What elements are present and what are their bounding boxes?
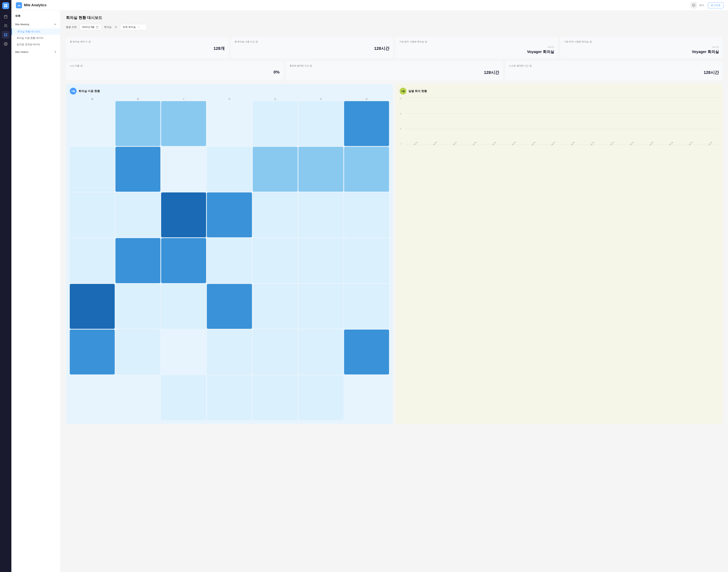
menu-meeting-label: Mile Meeting: [15, 23, 29, 26]
bar-column: 1월 0일: [641, 97, 660, 145]
bar-month-badge: 6월: [400, 88, 407, 94]
dropdown-chevron-icon: [137, 26, 140, 28]
calendar-nav-icon[interactable]: [2, 13, 9, 20]
stat-early-help[interactable]: ?: [310, 65, 312, 67]
svg-rect-0: [4, 4, 5, 5]
stat-least-value: Voyager 회의실: [564, 49, 719, 54]
bar-column: 1월 0일: [661, 97, 680, 145]
logout-button[interactable]: 로그아웃: [708, 2, 723, 8]
bar-chart-header: 6월 일별 회의 현황: [400, 88, 719, 94]
stat-card-most-used: 가장 많이 사용된 회의실 ? nn시간 Voyager 회의실: [396, 37, 558, 58]
settings-nav-icon[interactable]: [2, 40, 9, 48]
menu-header-visitors[interactable]: Mile Visitors: [11, 49, 60, 55]
header-logo: Mile Analytics: [16, 2, 47, 8]
bar-column: 1월 0일: [622, 97, 641, 145]
calendar-week: [70, 284, 389, 329]
stat-reservations-title: 총 회의실 예약 수: [70, 40, 87, 44]
screen-button[interactable]: [690, 2, 697, 8]
stat-most-sub: nn시간: [399, 46, 554, 49]
bar-x-label: 1월 0일: [492, 141, 497, 146]
calendar-day-labels: 월 화 수 목 금 토 일: [70, 97, 389, 100]
room-help-icon[interactable]: ?: [115, 26, 117, 28]
analytics-nav-icon[interactable]: [2, 31, 9, 39]
filter-bar: 월별 조회 2024년 6월 회의실 ? 전체 회의실: [66, 24, 723, 33]
stat-reservations-help[interactable]: ?: [88, 41, 91, 43]
bar-x-label: 1월 0일: [432, 141, 437, 146]
stat-most-help[interactable]: ?: [425, 41, 427, 43]
calendar-week: [70, 147, 389, 192]
menu-item-network[interactable]: 임직원 관계망 데이터: [11, 41, 60, 48]
stats-grid-row1: 총 회의실 예약 수 ? 128개 총 회의실 사용 시간 ? 128시간 가장…: [66, 37, 723, 58]
stat-noshow-help[interactable]: ?: [80, 65, 83, 67]
filter-room-label: 회의실: [104, 25, 112, 29]
stat-noshow-saved-help[interactable]: ?: [529, 65, 532, 67]
menu-visitors-label: Mile Visitors: [15, 51, 28, 53]
bar-column: 1월 0일: [543, 97, 562, 145]
menu-item-dashboard[interactable]: 회의실 현황 대시보드: [11, 28, 60, 35]
bar-column: 1월 0일: [523, 97, 542, 145]
bar-x-label: 1월 0일: [511, 141, 516, 146]
app-title: Mile Analytics: [24, 3, 47, 7]
bar-x-label: 1월 0일: [649, 141, 654, 146]
bar-x-label: 1월 0일: [452, 141, 457, 146]
stat-noshow-saved-value: 128시간: [509, 70, 719, 75]
bar-x-label: 1월 0일: [413, 141, 418, 146]
svg-rect-9: [4, 33, 5, 34]
svg-point-13: [5, 44, 6, 45]
stat-least-title: 가장 적게 사용된 회의실: [564, 40, 589, 44]
svg-rect-2: [4, 6, 5, 7]
stat-reservations-value: 128개: [70, 46, 225, 51]
stat-least-help[interactable]: ?: [590, 41, 592, 43]
room-filter-dropdown[interactable]: 전체 회의실: [120, 24, 147, 30]
stat-card-reservations: 총 회의실 예약 수 ? 128개: [66, 37, 229, 58]
svg-rect-12: [6, 35, 7, 37]
calendar-week: [70, 238, 389, 283]
bar-x-label: 1월 0일: [688, 141, 693, 146]
bar-x-label: 1월 0일: [531, 141, 536, 146]
stat-hours-help[interactable]: ?: [255, 41, 258, 43]
user-name: 오디: [699, 4, 704, 7]
svg-point-8: [5, 24, 6, 26]
bar-column: 1월 0일: [484, 97, 503, 145]
bar-column: 1월 0일: [563, 97, 582, 145]
main-content: 회의실 현황 대시보드 월별 조회 2024년 6월 회의실 ? 전체 회의실: [61, 11, 728, 572]
stat-card-noshow-saved: 노쇼로 절약된 시간 ? 128시간: [505, 61, 723, 80]
chevron-right-icon: [54, 50, 57, 53]
bar-x-label: 1월 0일: [570, 141, 575, 146]
stat-card-early-end: 종료로 절약된 시간 ? 128시간: [286, 61, 503, 80]
bar-x-label: 1월 0일: [668, 141, 674, 146]
bar-chart-card: 6월 일별 회의 현황 60 40 20 0: [396, 84, 723, 424]
bar-column: 1월 0일: [700, 97, 719, 145]
svg-rect-10: [6, 33, 7, 34]
menu-meeting-children: 회의실 현황 대시보드 회의실 이용 현황 데이터 임직원 관계망 데이터: [11, 28, 60, 49]
stat-noshow-title: 노쇼 비율: [70, 64, 79, 67]
stat-card-hours: 총 회의실 사용 시간 ? 128시간: [231, 37, 393, 58]
svg-rect-4: [4, 15, 7, 18]
menu-header-meeting[interactable]: Mile Meeting: [11, 21, 60, 28]
stat-noshow-value: 0%: [70, 70, 280, 75]
month-filter-input[interactable]: 2024년 6월: [80, 24, 101, 30]
calendar-week: [70, 193, 389, 237]
bar-column: 1월 0일: [582, 97, 601, 145]
bar-column: 1월 0일: [503, 97, 522, 145]
bar-chart-bars: 1월 0일1월 0일1월 0일1월 0일1월 0일1월 0일1월 0일1월 0일…: [405, 97, 719, 145]
stat-most-value: Voyager 회의실: [399, 49, 554, 54]
calendar-week: [70, 330, 389, 374]
bar-x-label: 1월 0일: [629, 141, 634, 146]
chevron-down-icon: [54, 23, 57, 26]
bar-column: 1월 0일: [464, 97, 483, 145]
room-filter-value: 전체 회의실: [123, 25, 136, 29]
bar-chart-area: 60 40 20 0 1월 0일1월 0일1월 0일1월 0일1월: [400, 97, 719, 151]
stats-grid-row2: 노쇼 비율 ? 0% 종료로 절약된 시간 ? 128시간 노쇼로 절약된 시간: [66, 61, 723, 80]
menu-item-usage[interactable]: 회의실 이용 현황 데이터: [11, 35, 60, 41]
charts-row: 6월 회의실 이용 현황 월 화 수 목 금 토 일: [66, 84, 723, 424]
stat-early-value: 128시간: [290, 70, 499, 75]
menu-section-visitors: Mile Visitors: [11, 49, 60, 55]
people-nav-icon[interactable]: [2, 22, 9, 29]
bar-column: 1월 0일: [425, 97, 444, 145]
svg-rect-17: [96, 26, 99, 28]
calendar-month-badge: 6월: [70, 88, 77, 94]
calendar-chart-title: 회의실 이용 현황: [78, 89, 100, 93]
bar-x-label: 1월 0일: [708, 141, 713, 146]
stat-hours-value: 128시간: [235, 46, 389, 51]
